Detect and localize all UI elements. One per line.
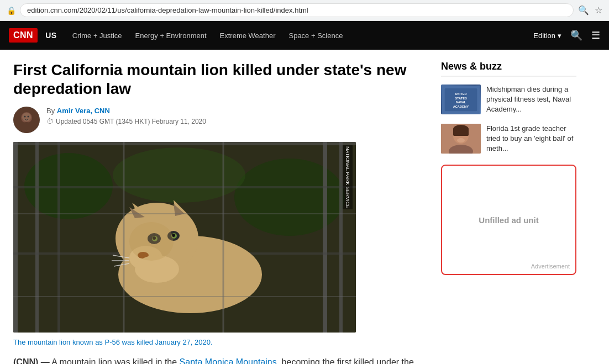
address-bar: 🔒 edition.cnn.com/2020/02/11/us/californ… (0, 0, 609, 20)
nav-section[interactable]: US (45, 31, 56, 40)
author-avatar (13, 107, 40, 133)
article-image: NATIONAL PARK SERVICE (13, 142, 356, 333)
nav-link-space-science[interactable]: Space + Science (282, 21, 349, 50)
author-name-link[interactable]: Amir Vera, CNN (57, 107, 110, 115)
main-content: First California mountain lion killed un… (0, 50, 609, 364)
santa-monica-link[interactable]: Santa Monica Mountains (180, 357, 277, 364)
sidebar-item-teacher-text: Florida 1st grade teacher tried to buy a… (486, 124, 576, 154)
teacher-link[interactable]: Florida 1st grade teacher tried to buy a… (486, 124, 573, 152)
svg-rect-13 (323, 142, 327, 333)
article-body-text: (CNN) — A mountain lion was killed in th… (13, 355, 428, 364)
cnn-navbar: CNN US Crime + Justice Energy + Environm… (0, 21, 609, 50)
edition-button[interactable]: Edition ▾ (533, 31, 561, 40)
article-title: First California mountain lion killed un… (13, 61, 428, 98)
thumb-naval-image: UNITED STATES NAVAL ACADEMY (441, 85, 481, 114)
url-text: edition.cnn.com/2020/02/11/us/california… (27, 6, 308, 14)
search-icon[interactable]: 🔍 (570, 29, 582, 41)
svg-point-9 (113, 147, 245, 203)
svg-rect-53 (453, 128, 469, 136)
ad-label: Advertisement (531, 263, 570, 270)
edition-label: Edition (533, 31, 555, 40)
nav-links: Crime + Justice Energy + Environment Ext… (66, 21, 534, 50)
browser-chrome: 🔒 edition.cnn.com/2020/02/11/us/californ… (0, 0, 609, 21)
svg-text:ACADEMY: ACADEMY (453, 104, 469, 108)
cnn-logo[interactable]: CNN (9, 28, 38, 43)
svg-point-36 (129, 222, 174, 261)
nav-link-crime-justice[interactable]: Crime + Justice (66, 21, 129, 50)
url-bar[interactable]: edition.cnn.com/2020/02/11/us/california… (20, 3, 574, 17)
nav-link-energy-environment[interactable]: Energy + Environment (129, 21, 213, 50)
search-browser-icon[interactable]: 🔍 (578, 5, 589, 15)
ad-unit: Unfilled ad unit Advertisement (441, 165, 576, 275)
svg-text:UNITED: UNITED (455, 92, 466, 96)
article-image-container: NATIONAL PARK SERVICE (13, 142, 428, 333)
author-info: By Amir Vera, CNN ⏱ Updated 0545 GMT (13… (46, 107, 206, 125)
star-icon[interactable]: ☆ (595, 5, 602, 15)
svg-rect-12 (57, 142, 60, 333)
sidebar-item-naval: UNITED STATES NAVAL ACADEMY Midshipman d… (441, 85, 576, 115)
nav-link-extreme-weather[interactable]: Extreme Weather (213, 21, 282, 50)
image-caption: The mountain lion known as P-56 was kill… (13, 338, 428, 346)
svg-point-4 (24, 116, 26, 118)
sidebar-thumb-teacher (441, 124, 481, 154)
sidebar: News & buzz UNITED STATES NAVAL ACADEMY … (441, 61, 576, 364)
sidebar-thumb-naval: UNITED STATES NAVAL ACADEMY (441, 85, 481, 114)
nav-right: Edition ▾ 🔍 ☰ (533, 29, 600, 41)
edition-chevron: ▾ (558, 31, 561, 40)
sidebar-item-teacher: Florida 1st grade teacher tried to buy a… (441, 124, 576, 154)
naval-link[interactable]: Midshipman dies during a physical fitnes… (486, 85, 571, 113)
author-byline: By Amir Vera, CNN (46, 107, 206, 115)
svg-text:NAVAL: NAVAL (456, 101, 466, 104)
clock-icon: ⏱ (46, 117, 54, 125)
timestamp: ⏱ Updated 0545 GMT (1345 HKT) February 1… (46, 117, 206, 125)
svg-rect-10 (13, 142, 18, 333)
cnn-tag: (CNN) — (13, 357, 50, 364)
ad-unit-text: Unfilled ad unit (479, 215, 538, 225)
author-row: By Amir Vera, CNN ⏱ Updated 0545 GMT (13… (13, 107, 428, 133)
svg-rect-15 (13, 142, 356, 145)
article-area: First California mountain lion killed un… (13, 61, 428, 364)
svg-rect-16 (13, 186, 356, 188)
image-credit: NATIONAL PARK SERVICE (343, 145, 353, 209)
thumb-teacher-image (441, 124, 481, 154)
lock-icon: 🔒 (7, 6, 15, 15)
sidebar-item-naval-text: Midshipman dies during a physical fitnes… (486, 85, 576, 115)
svg-point-2 (19, 122, 34, 133)
browser-actions: 🔍 ☆ (578, 5, 602, 15)
svg-text:STATES: STATES (455, 96, 467, 99)
svg-rect-11 (35, 142, 39, 333)
timestamp-text: Updated 0545 GMT (1345 HKT) February 11,… (56, 118, 206, 125)
by-prefix: By (46, 107, 57, 115)
svg-point-51 (457, 138, 465, 143)
svg-point-5 (28, 116, 29, 118)
article-body: (CNN) — A mountain lion was killed in th… (13, 355, 428, 364)
menu-icon[interactable]: ☰ (591, 29, 600, 41)
news-buzz-title: News & buzz (441, 61, 576, 77)
svg-point-8 (234, 159, 345, 236)
